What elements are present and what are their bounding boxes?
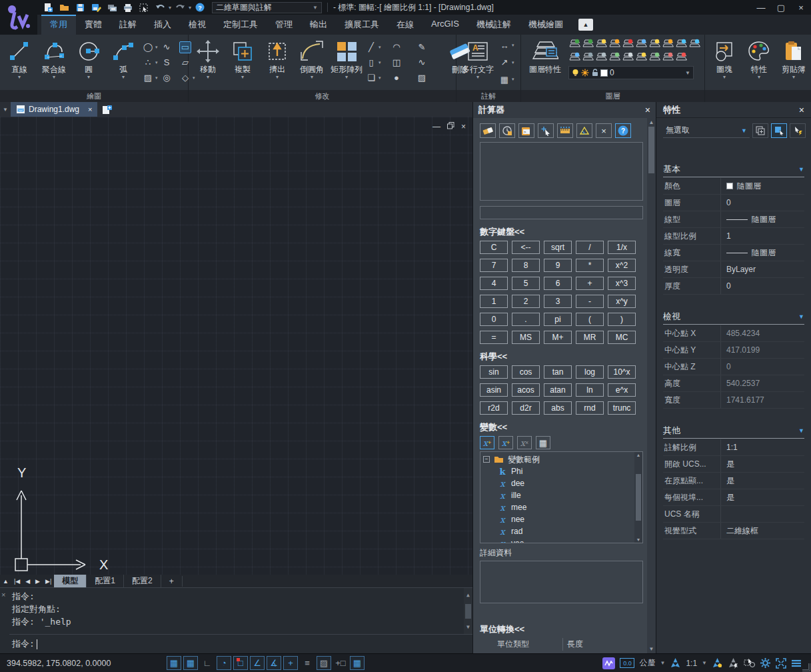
calc-key-9[interactable]: 9 <box>544 259 572 272</box>
chevron-down-icon[interactable]: ▼ <box>798 166 804 173</box>
ortho-mode-toggle[interactable]: ∟ <box>200 656 215 670</box>
scroll-down-icon[interactable]: ▼ <box>466 621 470 633</box>
edit-length-tool-icon[interactable]: ✎ <box>416 41 428 53</box>
calculator-input[interactable] <box>480 206 643 219</box>
match-properties-tool-icon[interactable]: ▨ <box>416 72 428 84</box>
calc-key-1/x[interactable]: 1/x <box>608 241 636 254</box>
snap-mode-toggle[interactable]: ▦ <box>183 656 198 670</box>
save-button[interactable] <box>73 1 87 13</box>
tab-管理[interactable]: 管理 <box>267 15 301 35</box>
copy-button[interactable]: 複製▾ <box>227 37 259 88</box>
property-value[interactable]: 1741.6177 <box>720 392 804 408</box>
layer-previous-button[interactable] <box>622 51 634 63</box>
donut-tool-icon[interactable]: ◎ <box>161 72 173 84</box>
calc-key-e^x[interactable]: e^x <box>608 383 636 397</box>
drawing-canvas[interactable]: — × Y X <box>0 117 472 575</box>
calc-key-+[interactable]: + <box>576 277 604 290</box>
new-document-button[interactable] <box>99 103 114 115</box>
calculator-scrollbar[interactable]: ▲ ▼ <box>647 118 656 653</box>
calc-key-M+[interactable]: M+ <box>544 331 572 344</box>
scrollbar-thumb[interactable] <box>648 127 654 173</box>
object-snap-tracking-toggle[interactable]: ∡ <box>267 656 281 670</box>
unit-display[interactable]: 公釐 <box>639 657 655 669</box>
calc-key-rnd[interactable]: rnd <box>576 401 604 415</box>
calc-key-0[interactable]: 0 <box>480 313 508 326</box>
close-button[interactable]: × <box>791 0 811 15</box>
calc-key-C[interactable]: C <box>480 241 508 254</box>
model-space-icon[interactable] <box>670 657 681 669</box>
calc-help-button[interactable]: ? <box>615 123 631 138</box>
polyline-button[interactable]: 聚合線▾ <box>38 37 70 88</box>
layer-freeze-button[interactable] <box>648 38 660 49</box>
variable-item[interactable]: xnee <box>483 513 633 525</box>
doc-close-button[interactable]: × <box>461 122 466 131</box>
new-file-button[interactable] <box>41 1 55 13</box>
tab-在線[interactable]: 在線 <box>388 15 422 35</box>
layer-restore-button[interactable] <box>608 51 620 63</box>
layer-copy-button[interactable] <box>582 51 594 63</box>
property-value[interactable]: 是 <box>720 489 804 505</box>
ellipse-tool-icon[interactable]: ◯ <box>142 41 154 53</box>
delete-button[interactable]: × <box>596 123 612 138</box>
dynamic-input-toggle[interactable]: ∠ <box>250 656 265 670</box>
polar-tracking-toggle[interactable]: ◔ <box>217 656 231 670</box>
selection-preview-button[interactable] <box>137 1 151 13</box>
tree-collapse-icon[interactable]: − <box>483 456 490 463</box>
tab-ArcGIS[interactable]: ArcGIS <box>422 15 468 35</box>
print-button[interactable] <box>121 1 135 13</box>
rect-array-button[interactable]: 矩形陣列▾ <box>331 37 363 88</box>
calc-key-([interactable]: ( <box>576 313 604 326</box>
last-layout-button[interactable]: ▶| <box>43 578 54 585</box>
command-input[interactable]: 指令: <box>9 635 472 653</box>
calc-key-)[interactable]: ) <box>608 313 636 326</box>
workspace-select[interactable]: 二維草圖與註解 ▼ <box>212 2 322 13</box>
spline-tool-icon[interactable]: ∿ <box>161 41 173 53</box>
lineweight-display-toggle[interactable]: + <box>283 656 298 670</box>
undo-button[interactable] <box>153 1 167 13</box>
property-value[interactable]: 540.2537 <box>720 375 804 391</box>
stretch-button[interactable]: 擠出▾ <box>261 37 293 88</box>
chevron-down-icon[interactable]: ▼ <box>798 427 804 434</box>
layout-tab-模型[interactable]: 模型 <box>54 575 87 587</box>
transparency-toggle-toggle[interactable]: ≡ <box>300 656 315 670</box>
property-value[interactable] <box>720 506 804 522</box>
help-button[interactable]: ? <box>193 1 207 13</box>
chevron-down-icon[interactable]: ▾ <box>155 75 161 81</box>
units-section-label[interactable]: 單位轉換<< <box>480 623 643 635</box>
property-value[interactable]: 是 <box>720 473 804 489</box>
properties-button[interactable]: 特性▾ <box>743 37 775 88</box>
calc-key-*[interactable]: * <box>576 259 604 272</box>
layer-isolate-button[interactable] <box>675 38 687 49</box>
auto-annotation-icon[interactable] <box>728 657 739 669</box>
document-tab-close-icon[interactable]: × <box>88 105 92 113</box>
calc-key-ln[interactable]: ln <box>576 383 604 397</box>
leader-tool-icon[interactable]: ↗ <box>498 57 510 69</box>
layer-match-button[interactable] <box>582 38 594 49</box>
decimal-format-icon[interactable]: 0.0 <box>620 658 634 668</box>
chevron-down-icon[interactable]: ▾ <box>379 45 384 50</box>
batch-plot-button[interactable] <box>105 1 119 13</box>
property-value[interactable]: 485.4234 <box>720 325 804 341</box>
layer-unlock-button[interactable] <box>635 38 647 49</box>
selection-cycling-icon[interactable] <box>744 658 755 668</box>
next-layout-button[interactable]: ▶ <box>33 578 43 585</box>
property-value[interactable]: ByLayer <box>720 261 804 277</box>
settings-gear-icon[interactable] <box>760 657 771 669</box>
status-menu-icon[interactable] <box>791 659 802 667</box>
calc-key-<--[interactable]: <-- <box>512 241 540 254</box>
layout-tab-配置2[interactable]: 配置2 <box>124 575 161 587</box>
paste-to-commandline-button[interactable]: >_ <box>518 123 534 138</box>
calc-key-2[interactable]: 2 <box>512 295 540 308</box>
calc-key-.[interactable]: . <box>512 313 540 326</box>
measure-distance-button[interactable] <box>557 123 573 138</box>
return-to-input-button[interactable]: ▦ <box>536 436 550 449</box>
mtext-button[interactable]: A 多行文字▾ <box>460 37 496 88</box>
scroll-up-icon[interactable]: ▲ <box>636 453 641 457</box>
layer-walk-button[interactable] <box>568 38 580 49</box>
fillet-button[interactable]: 倒圓角▾ <box>296 37 328 88</box>
redo-dropdown[interactable]: ▾ <box>189 5 191 11</box>
calc-key-pi[interactable]: pi <box>544 313 572 326</box>
workspace-badge-icon[interactable] <box>602 657 615 669</box>
property-value[interactable]: 二維線框 <box>720 523 804 539</box>
property-value[interactable]: 隨圖層 <box>720 211 804 227</box>
